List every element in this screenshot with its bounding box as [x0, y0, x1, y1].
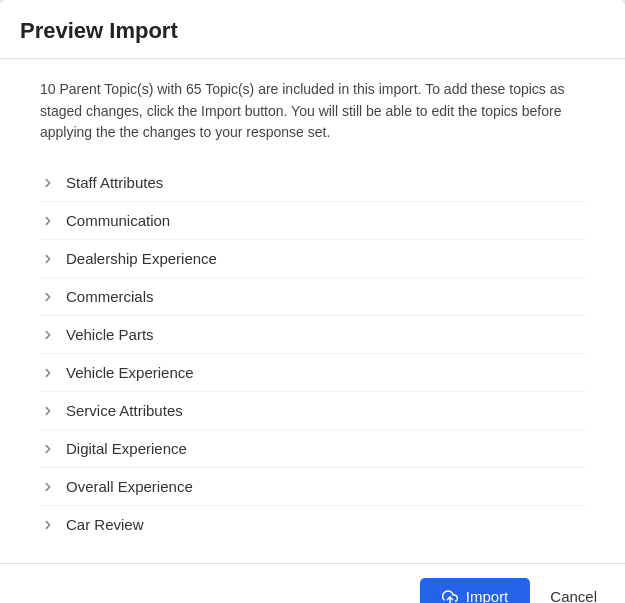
modal-body: 10 Parent Topic(s) with 65 Topic(s) are … [0, 59, 625, 563]
list-item[interactable]: Commercials [40, 278, 585, 316]
chevron-right-icon [40, 175, 56, 191]
list-item[interactable]: Vehicle Experience [40, 354, 585, 392]
topic-label: Commercials [66, 288, 154, 305]
topic-label: Vehicle Experience [66, 364, 194, 381]
modal-title: Preview Import [20, 18, 605, 44]
topic-label: Dealership Experience [66, 250, 217, 267]
import-button[interactable]: Import [420, 578, 531, 603]
cancel-button[interactable]: Cancel [542, 578, 605, 603]
chevron-right-icon [40, 365, 56, 381]
chevron-right-icon [40, 327, 56, 343]
upload-icon [442, 589, 458, 603]
chevron-right-icon [40, 517, 56, 533]
chevron-right-icon [40, 213, 56, 229]
modal-header: Preview Import [0, 0, 625, 59]
topic-label: Digital Experience [66, 440, 187, 457]
topic-list: Staff AttributesCommunicationDealership … [40, 164, 585, 543]
chevron-right-icon [40, 289, 56, 305]
modal-footer: Import Cancel [0, 563, 625, 603]
list-item[interactable]: Overall Experience [40, 468, 585, 506]
chevron-right-icon [40, 403, 56, 419]
topic-label: Staff Attributes [66, 174, 163, 191]
topic-label: Vehicle Parts [66, 326, 154, 343]
import-button-label: Import [466, 588, 509, 603]
info-text: 10 Parent Topic(s) with 65 Topic(s) are … [40, 79, 585, 144]
list-item[interactable]: Digital Experience [40, 430, 585, 468]
preview-import-modal: Preview Import 10 Parent Topic(s) with 6… [0, 0, 625, 603]
chevron-right-icon [40, 251, 56, 267]
chevron-right-icon [40, 479, 56, 495]
list-item[interactable]: Car Review [40, 506, 585, 543]
topic-label: Car Review [66, 516, 144, 533]
chevron-right-icon [40, 441, 56, 457]
list-item[interactable]: Vehicle Parts [40, 316, 585, 354]
list-item[interactable]: Dealership Experience [40, 240, 585, 278]
topic-label: Communication [66, 212, 170, 229]
topic-label: Overall Experience [66, 478, 193, 495]
list-item[interactable]: Communication [40, 202, 585, 240]
list-item[interactable]: Service Attributes [40, 392, 585, 430]
list-item[interactable]: Staff Attributes [40, 164, 585, 202]
topic-label: Service Attributes [66, 402, 183, 419]
